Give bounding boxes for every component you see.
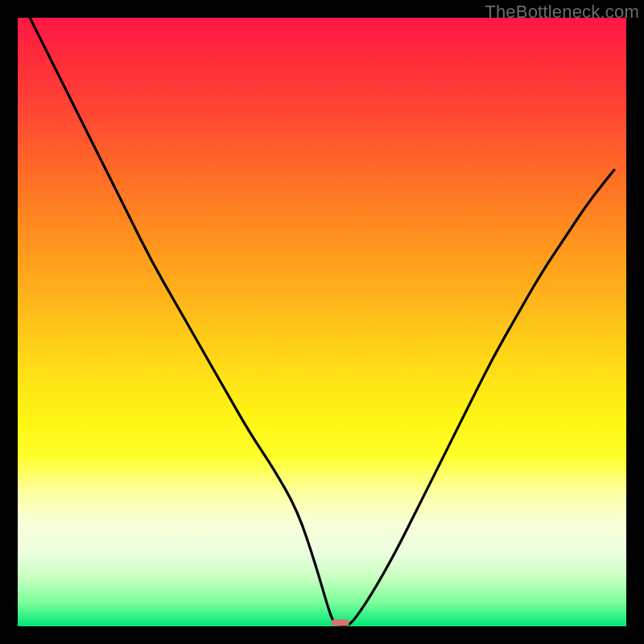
plot-area [18,18,626,626]
bottleneck-curve [30,18,614,625]
min-marker [332,620,349,626]
chart-frame: TheBottleneck.com [0,0,644,644]
curve-layer [18,18,626,626]
